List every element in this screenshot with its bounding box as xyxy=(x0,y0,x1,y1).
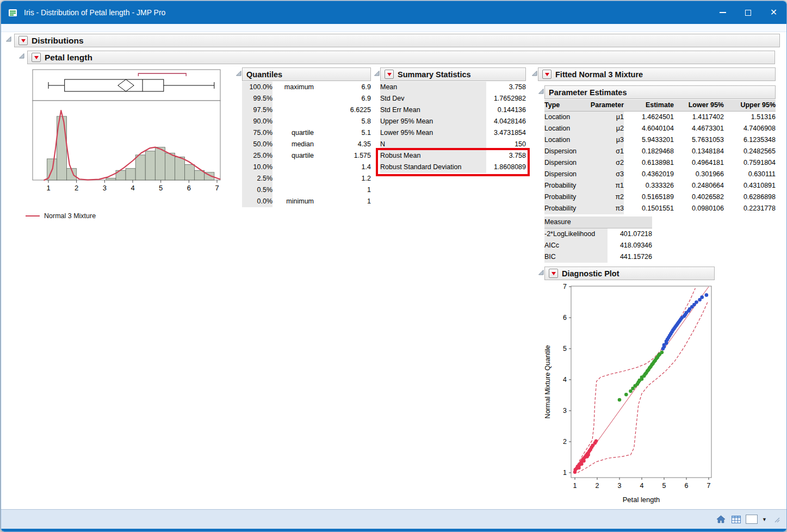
close-button[interactable]: ✕ xyxy=(761,1,786,24)
distributions-title: Distributions xyxy=(32,36,84,46)
svg-text:1: 1 xyxy=(563,469,567,477)
measure-row: -2*LogLikelihood401.07218 xyxy=(544,228,652,240)
parameter-estimates-header: Parameter Estimates xyxy=(544,85,776,99)
diagnostic-plot-title: Diagnostic Plot xyxy=(562,269,619,278)
diagnostic-plot-red-triangle-menu[interactable] xyxy=(549,269,558,278)
svg-text:4: 4 xyxy=(563,376,567,383)
distributions-header: Distributions xyxy=(14,34,780,47)
svg-text:5: 5 xyxy=(662,482,666,490)
parameter-row: Probabilityπ20.51651890.40265820.6286898 xyxy=(544,191,776,203)
quantiles-table: 100.0%maximum6.999.5%6.997.5%6.622590.0%… xyxy=(242,82,371,207)
svg-text:2: 2 xyxy=(75,184,78,192)
svg-text:2: 2 xyxy=(563,438,567,446)
summary-row: Std Err Mean0.144136 xyxy=(380,104,526,116)
summary-row: Std Dev1.7652982 xyxy=(380,93,526,104)
parameter-row: Locationμ24.60401044.46733014.7406908 xyxy=(544,123,776,134)
minimize-button[interactable] xyxy=(710,1,735,24)
measure-table-body: -2*LogLikelihood401.07218AICc418.09346BI… xyxy=(544,228,652,263)
quantiles-header: Quantiles xyxy=(242,67,371,81)
quantiles-row: 25.0%quartile1.575 xyxy=(242,150,371,162)
quantiles-table-body: 100.0%maximum6.999.5%6.997.5%6.622590.0%… xyxy=(242,82,371,207)
disclosure-distributions-icon[interactable] xyxy=(5,36,11,42)
maximize-button[interactable] xyxy=(735,1,761,24)
measure-row: AICc418.09346 xyxy=(544,240,652,251)
legend-label: Normal 3 Mixture xyxy=(44,212,96,220)
measure-row: BIC441.15726 xyxy=(544,251,652,263)
quantiles-row: 2.5%1.2 xyxy=(242,173,371,184)
measure-header-blank xyxy=(608,216,652,228)
summary-statistics-red-triangle-menu[interactable] xyxy=(385,70,394,79)
quantiles-row: 75.0%quartile5.1 xyxy=(242,127,371,139)
petal-length-header: Petal length xyxy=(27,51,775,64)
titlebar: Iris - Distribution of Petal length - JM… xyxy=(1,1,786,24)
parameter-estimates-body: Locationμ11.46245011.41174021.51316Locat… xyxy=(544,112,776,215)
svg-text:7: 7 xyxy=(563,283,567,290)
quantiles-title: Quantiles xyxy=(246,70,282,79)
diagnostic-plot[interactable]: 12345671234567Normal Mixture QuantilePet… xyxy=(541,282,723,510)
parameter-estimates-title: Parameter Estimates xyxy=(549,88,627,97)
quantiles-row: 90.0%5.8 xyxy=(242,116,371,127)
summary-statistics-title: Summary Statistics xyxy=(398,70,471,79)
quantiles-row: 0.5%1 xyxy=(242,184,371,196)
window-controls: ✕ xyxy=(710,1,786,24)
status-bar: ▼ xyxy=(1,509,786,529)
quantiles-row: 10.0%1.4 xyxy=(242,162,371,173)
svg-text:4: 4 xyxy=(131,184,134,192)
distributions-red-triangle-menu[interactable] xyxy=(18,36,28,45)
summary-row: Upper 95% Mean4.0428146 xyxy=(380,116,526,127)
parameter-row: Locationμ35.94332015.76310536.1235348 xyxy=(544,134,776,146)
petal-length-red-triangle-menu[interactable] xyxy=(32,53,41,62)
quantiles-row: 99.5%6.9 xyxy=(242,93,371,104)
jmp-icon xyxy=(8,8,18,17)
home-icon[interactable] xyxy=(715,515,726,524)
window-mode-button[interactable] xyxy=(746,515,758,524)
summary-row: Lower 95% Mean3.4731854 xyxy=(380,127,526,139)
fitted-mixture-title: Fitted Normal 3 Mixture xyxy=(555,70,643,79)
svg-text:3: 3 xyxy=(103,184,107,192)
disclosure-quantiles-icon[interactable] xyxy=(236,70,241,76)
svg-text:1: 1 xyxy=(573,482,577,490)
quantiles-row: 0.0%minimum1 xyxy=(242,196,371,207)
svg-text:7: 7 xyxy=(707,482,711,490)
svg-text:5: 5 xyxy=(159,184,163,192)
svg-text:6: 6 xyxy=(685,482,689,490)
summary-row: Mean3.758 xyxy=(380,82,526,93)
window-bottom-border xyxy=(1,529,786,532)
svg-text:3: 3 xyxy=(618,482,622,490)
disclosure-diagnostic-icon[interactable] xyxy=(538,269,544,275)
resize-grip[interactable] xyxy=(773,516,780,523)
svg-text:6: 6 xyxy=(187,184,191,192)
parameter-estimates-header-row: TypeParameterEstimateLower 95%Upper 95% xyxy=(544,100,776,112)
diagnostic-plot-header: Diagnostic Plot xyxy=(544,267,715,280)
legend-line-swatch xyxy=(26,215,40,216)
svg-text:5: 5 xyxy=(563,345,567,352)
parameter-row: Dispersionσ20.61389810.49641810.7591804 xyxy=(544,157,776,169)
parameter-row: Dispersionσ30.43620190.3019660.630111 xyxy=(544,169,776,180)
svg-text:6: 6 xyxy=(563,314,567,321)
disclosure-petal-length-icon[interactable] xyxy=(18,53,24,59)
measure-header: Measure xyxy=(544,216,608,228)
quantiles-row: 50.0%median4.35 xyxy=(242,139,371,150)
menu-strip xyxy=(1,24,786,32)
petal-length-title: Petal length xyxy=(45,53,92,63)
disclosure-parameter-estimates-icon[interactable] xyxy=(538,88,544,94)
parameter-estimates-table: TypeParameterEstimateLower 95%Upper 95% … xyxy=(544,100,776,214)
svg-text:2: 2 xyxy=(596,482,599,490)
window-title: Iris - Distribution of Petal length - JM… xyxy=(24,8,165,17)
fitted-mixture-red-triangle-menu[interactable] xyxy=(542,70,551,79)
svg-text:4: 4 xyxy=(640,482,644,490)
disclosure-summary-icon[interactable] xyxy=(374,70,380,76)
svg-text:1: 1 xyxy=(46,184,50,192)
quantiles-row: 97.5%6.6225 xyxy=(242,104,371,116)
summary-statistics-header: Summary Statistics xyxy=(380,67,526,81)
svg-text:3: 3 xyxy=(563,407,567,415)
histogram-plot[interactable]: 1234567 xyxy=(28,69,224,199)
data-table-icon[interactable] xyxy=(730,515,741,524)
disclosure-fitted-icon[interactable] xyxy=(531,70,537,76)
svg-text:Normal Mixture Quantile: Normal Mixture Quantile xyxy=(544,345,551,419)
status-dropdown-icon[interactable]: ▼ xyxy=(762,517,767,522)
parameter-row: Probabilityπ30.15015510.09801060.2231778 xyxy=(544,203,776,214)
svg-text:Petal length: Petal length xyxy=(623,496,660,504)
mixture-legend: Normal 3 Mixture xyxy=(26,212,96,220)
parameter-row: Locationμ11.46245011.41174021.51316 xyxy=(544,112,776,123)
